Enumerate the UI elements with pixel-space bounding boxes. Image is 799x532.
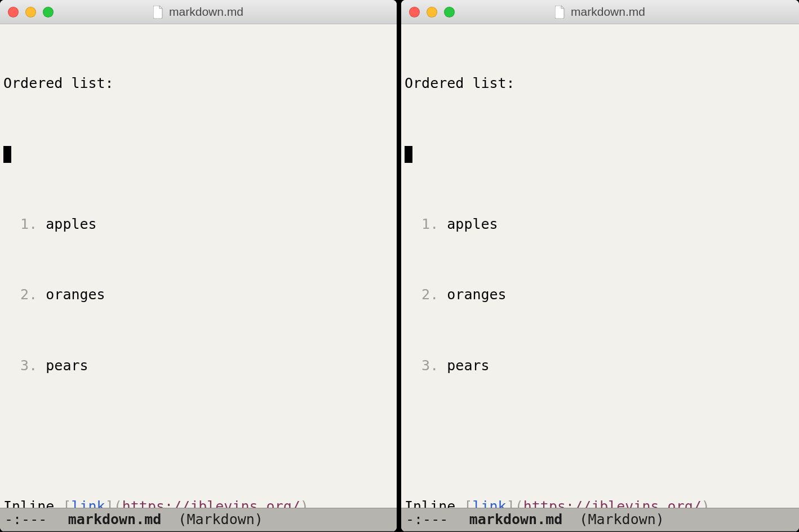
heading-line: Ordered list: bbox=[3, 72, 397, 95]
window-title: markdown.md bbox=[0, 2, 397, 21]
inline-link-line: Inline [link](https://jblevins.org/). bbox=[3, 495, 397, 508]
modeline-status: -:--- bbox=[406, 508, 448, 531]
list-item: 1. apples bbox=[405, 212, 799, 236]
list-item: 2. oranges bbox=[3, 283, 397, 307]
modeline: -:--- markdown.md (Markdown) bbox=[0, 508, 397, 531]
buffer[interactable]: Ordered list: 1. apples 2. oranges 3. pe… bbox=[0, 24, 397, 508]
list-item: 1. apples bbox=[3, 212, 397, 236]
cursor-line bbox=[405, 142, 799, 166]
list-item: 3. pears bbox=[3, 354, 397, 378]
minimize-icon[interactable] bbox=[427, 7, 437, 17]
zoom-icon[interactable] bbox=[444, 7, 455, 17]
file-icon bbox=[555, 6, 565, 19]
blank bbox=[3, 424, 397, 448]
editor-window-right: markdown.md Ordered list: 1. apples 2. o… bbox=[401, 0, 799, 531]
modeline-filename: markdown.md bbox=[469, 508, 563, 531]
minimize-icon[interactable] bbox=[25, 7, 36, 17]
zoom-icon[interactable] bbox=[43, 7, 54, 17]
inline-link[interactable]: link bbox=[71, 498, 105, 508]
window-controls bbox=[409, 7, 455, 17]
heading-line: Ordered list: bbox=[405, 72, 799, 95]
title-filename: markdown.md bbox=[169, 2, 243, 21]
close-icon[interactable] bbox=[8, 7, 19, 17]
buffer[interactable]: Ordered list: 1. apples 2. oranges 3. pe… bbox=[401, 24, 799, 508]
titlebar: markdown.md bbox=[401, 0, 799, 24]
text-cursor bbox=[3, 146, 11, 163]
inline-link-line: Inline [link](https://jblevins.org/). bbox=[405, 495, 799, 508]
titlebar: markdown.md bbox=[0, 0, 397, 24]
modeline: -:--- markdown.md (Markdown) bbox=[401, 508, 799, 531]
text-cursor bbox=[405, 146, 412, 163]
file-icon bbox=[153, 6, 163, 19]
window-controls bbox=[8, 7, 54, 17]
editor-window-left: markdown.md Ordered list: 1. apples 2. o… bbox=[0, 0, 397, 531]
modeline-filename: markdown.md bbox=[68, 508, 162, 531]
title-filename: markdown.md bbox=[571, 2, 645, 21]
window-title: markdown.md bbox=[401, 2, 799, 21]
cursor-line bbox=[3, 142, 397, 166]
close-icon[interactable] bbox=[409, 7, 420, 17]
modeline-status: -:--- bbox=[5, 508, 47, 531]
modeline-mode: (Markdown) bbox=[579, 508, 664, 531]
blank bbox=[405, 424, 799, 448]
list-item: 3. pears bbox=[405, 354, 799, 378]
list-item: 2. oranges bbox=[405, 283, 799, 307]
modeline-mode: (Markdown) bbox=[178, 508, 263, 531]
inline-link[interactable]: link bbox=[472, 498, 506, 508]
